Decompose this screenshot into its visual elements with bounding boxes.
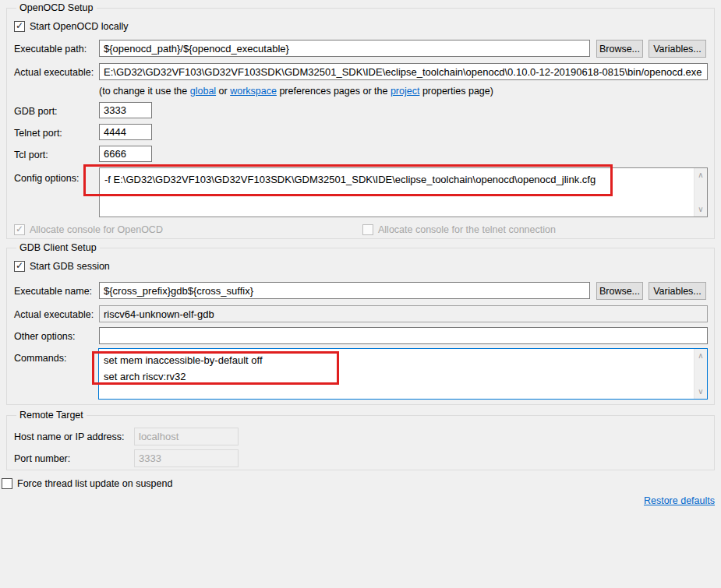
port-number-label: Port number: xyxy=(14,452,70,465)
preferences-hint: (to change it use the global or workspac… xyxy=(99,85,493,97)
start-openocd-checkbox[interactable]: ✓ xyxy=(14,21,25,32)
gdb-other-options-label: Other options: xyxy=(14,330,76,343)
scroll-down-icon[interactable]: ∨ xyxy=(694,205,707,214)
start-gdb-session-checkbox[interactable]: ✓ xyxy=(14,261,25,272)
telnet-port-label: Telnet port: xyxy=(14,127,62,139)
gdb-variables-button[interactable]: Variables... xyxy=(649,282,706,300)
openocd-variables-button[interactable]: Variables... xyxy=(649,40,706,58)
gdb-commands-text[interactable]: set mem inaccessible-by-default off set … xyxy=(99,349,694,399)
host-name-label: Host name or IP address: xyxy=(14,431,125,443)
global-preferences-link[interactable]: global xyxy=(190,86,216,97)
remote-target-group-title: Remote Target xyxy=(16,410,87,421)
debug-configuration-panel: OpenOCD Setup ✓ Start OpenOCD locally Ex… xyxy=(0,0,721,588)
gdb-commands-scrollbar[interactable]: ∧ ∨ xyxy=(694,349,707,399)
scroll-down-icon[interactable]: ∨ xyxy=(694,387,707,396)
config-options-label: Config options: xyxy=(14,172,79,185)
gdb-executable-name-input[interactable] xyxy=(99,282,590,299)
telnet-port-input[interactable] xyxy=(99,124,152,140)
hint-text: preferences pages or the xyxy=(277,86,391,97)
checkmark-icon: ✓ xyxy=(16,224,23,234)
hint-text: properties page) xyxy=(419,86,493,97)
force-thread-list-label[interactable]: Force thread list update on suspend xyxy=(17,477,172,490)
gdb-actual-executable-label: Actual executable: xyxy=(14,308,94,321)
tcl-port-label: Tcl port: xyxy=(14,149,48,161)
actual-executable-value xyxy=(99,63,708,80)
config-options-scrollbar[interactable]: ∧ ∨ xyxy=(694,168,707,217)
project-properties-link[interactable]: project xyxy=(391,86,420,97)
actual-executable-label: Actual executable: xyxy=(14,66,94,79)
hint-text: or xyxy=(216,86,230,97)
force-thread-list-checkbox[interactable]: ✓ xyxy=(2,478,12,489)
scroll-up-icon[interactable]: ∧ xyxy=(694,351,707,361)
gdb-commands-label: Commands: xyxy=(14,352,66,364)
gdb-port-label: GDB port: xyxy=(14,105,58,118)
scroll-up-icon[interactable]: ∧ xyxy=(694,171,707,180)
gdb-other-options-input[interactable] xyxy=(99,327,708,344)
gdb-client-setup-group-title: GDB Client Setup xyxy=(16,242,100,254)
allocate-console-openocd-checkbox: ✓ xyxy=(14,224,25,235)
config-options-text[interactable]: -f E:\GD32\GD32VF103\GD32VF103SDK\GDM325… xyxy=(100,168,694,217)
executable-path-input[interactable] xyxy=(99,40,590,57)
allocate-console-telnet-checkbox: ✓ xyxy=(362,224,373,235)
hint-text: (to change it use the xyxy=(99,86,190,97)
host-name-input xyxy=(134,428,239,445)
checkmark-icon: ✓ xyxy=(16,261,23,270)
gdb-browse-button[interactable]: Browse... xyxy=(596,282,643,300)
restore-defaults-link[interactable]: Restore defaults xyxy=(644,495,715,506)
allocate-console-openocd-label: Allocate console for OpenOCD xyxy=(30,224,163,236)
config-options-textarea[interactable]: -f E:\GD32\GD32VF103\GD32VF103SDK\GDM325… xyxy=(99,167,708,217)
executable-path-label: Executable path: xyxy=(14,43,87,55)
allocate-console-telnet-label: Allocate console for the telnet connecti… xyxy=(378,224,556,236)
gdb-commands-textarea[interactable]: set mem inaccessible-by-default off set … xyxy=(98,348,708,400)
port-number-input xyxy=(134,449,239,467)
openocd-setup-group-title: OpenOCD Setup xyxy=(16,2,97,14)
gdb-actual-executable-value xyxy=(99,305,708,322)
checkmark-icon: ✓ xyxy=(16,21,23,30)
gdb-executable-name-label: Executable name: xyxy=(14,285,92,298)
start-gdb-session-label[interactable]: Start GDB session xyxy=(30,260,110,273)
tcl-port-input[interactable] xyxy=(99,146,152,162)
openocd-browse-button[interactable]: Browse... xyxy=(596,40,643,58)
gdb-port-input[interactable] xyxy=(99,102,152,118)
workspace-preferences-link[interactable]: workspace xyxy=(230,86,277,97)
start-openocd-label[interactable]: Start OpenOCD locally xyxy=(30,20,128,33)
